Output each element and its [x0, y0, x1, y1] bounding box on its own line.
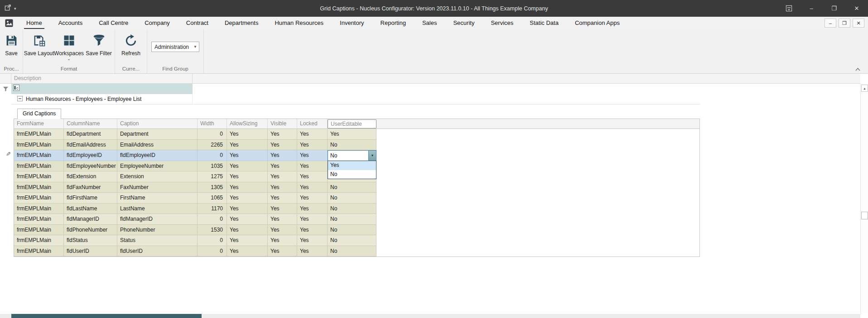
cell[interactable]: frmEMPLMain [14, 214, 64, 225]
cell[interactable]: 1275 [198, 171, 227, 182]
cell[interactable]: 0 [198, 214, 227, 225]
cell[interactable]: Yes [227, 171, 268, 182]
usereditable-editor[interactable]: No ▼ [328, 150, 376, 161]
cell[interactable]: Yes [268, 204, 297, 214]
horizontal-scrollbar[interactable] [0, 314, 860, 318]
tab-companion-apps[interactable]: Companion Apps [567, 17, 627, 29]
table-row[interactable]: frmEMPLMainfldStatusStatus0YesYesYesNo [14, 235, 699, 246]
cell[interactable]: 0 [198, 129, 227, 140]
cell[interactable]: fldStatus [64, 235, 117, 246]
cell[interactable]: Yes [268, 182, 297, 193]
cell[interactable]: EmployeeNumber [117, 161, 198, 172]
tab-security[interactable]: Security [445, 17, 482, 29]
tab-human-resources[interactable]: Human Resources [267, 17, 331, 29]
cell[interactable]: Yes [328, 129, 376, 140]
collapse-row-icon[interactable] [17, 95, 23, 103]
find-group-dropdown-icon[interactable]: ▼ [192, 45, 199, 49]
tab-grid-captions[interactable]: Grid Captions [17, 109, 61, 119]
cell[interactable]: Status [117, 235, 198, 246]
cell[interactable]: Yes [227, 204, 268, 214]
mdi-restore-button[interactable]: ❐ [839, 19, 850, 28]
column-header-caption[interactable]: Caption [117, 119, 198, 128]
cell[interactable]: Yes [268, 150, 297, 161]
cell[interactable]: fldPhoneNumber [64, 225, 117, 236]
cell[interactable]: 1065 [198, 193, 227, 204]
save-filter-button[interactable]: Save Filter [84, 29, 114, 57]
table-row[interactable]: frmEMPLMainfldLastNameLastName1170YesYes… [14, 204, 699, 214]
cell[interactable]: No [328, 214, 376, 225]
cell[interactable]: LastName [117, 204, 198, 214]
scroll-up-icon[interactable]: ▲ [861, 85, 868, 92]
filter-funnel-icon[interactable] [0, 84, 11, 94]
cell[interactable]: No [328, 193, 376, 204]
cell[interactable]: 0 [198, 246, 227, 257]
cell[interactable]: 1530 [198, 225, 227, 236]
cell[interactable]: Yes [227, 140, 268, 151]
cell[interactable]: frmEMPLMain [14, 204, 64, 214]
cell[interactable]: Yes [297, 161, 328, 172]
cell[interactable]: frmEMPLMain [14, 182, 64, 193]
cell[interactable]: FaxNumber [117, 182, 198, 193]
cell[interactable]: frmEMPLMain [14, 193, 64, 204]
collapse-ribbon-icon[interactable] [854, 66, 862, 73]
refresh-button[interactable]: Refresh [116, 29, 146, 57]
ribbon-display-options-icon[interactable] [777, 0, 800, 17]
tab-reporting[interactable]: Reporting [373, 17, 414, 29]
cell[interactable]: frmEMPLMain [14, 161, 64, 172]
cell[interactable]: Yes [297, 204, 328, 214]
cell[interactable]: Extension [117, 171, 198, 182]
app-menu-icon[interactable] [5, 4, 11, 13]
cell[interactable]: Yes [268, 161, 297, 172]
column-header-description[interactable]: Description [11, 74, 193, 83]
tab-services[interactable]: Services [483, 17, 521, 29]
cell[interactable]: frmEMPLMain [14, 246, 64, 257]
horizontal-scrollbar-thumb[interactable] [11, 314, 202, 318]
cell[interactable]: frmEMPLMain [14, 225, 64, 236]
find-group-combobox[interactable]: Administration ▼ [151, 42, 199, 52]
column-header-allowsizing[interactable]: AllowSizing [227, 119, 268, 128]
cell[interactable]: Yes [297, 225, 328, 236]
cell[interactable]: 0 [198, 235, 227, 246]
cell[interactable]: No [328, 204, 376, 214]
cell[interactable]: fldLastName [64, 204, 117, 214]
cell[interactable]: Yes [227, 129, 268, 140]
cell[interactable]: FirstName [117, 193, 198, 204]
cell[interactable]: 1035 [198, 161, 227, 172]
group-row[interactable]: Human Resources - Employees - Employee L… [11, 94, 700, 104]
dropdown-button[interactable]: ▼ [368, 151, 376, 161]
cell[interactable]: frmEMPLMain [14, 150, 64, 161]
cell[interactable]: Yes [268, 140, 297, 151]
cell[interactable]: fldDepartment [64, 129, 117, 140]
tab-call-centre[interactable]: Call Centre [91, 17, 136, 29]
column-header-columnname[interactable]: ColumnName [64, 119, 117, 128]
minimize-button[interactable]: – [800, 0, 823, 17]
table-row[interactable]: frmEMPLMainfldUserIDfldUserID0YesYesYesN… [14, 246, 699, 257]
cell[interactable]: Yes [268, 214, 297, 225]
cell[interactable]: No [328, 225, 376, 236]
cell[interactable]: Yes [297, 129, 328, 140]
mdi-close-button[interactable]: ✕ [853, 19, 864, 28]
cell[interactable]: Yes [227, 225, 268, 236]
cell[interactable]: Yes [268, 225, 297, 236]
cell[interactable]: Yes [297, 171, 328, 182]
cell[interactable]: Yes [268, 171, 297, 182]
workspaces-button[interactable]: Workspaces ⌄ [54, 29, 84, 61]
cell[interactable]: No [328, 140, 376, 151]
cell[interactable]: frmEMPLMain [14, 129, 64, 140]
cell[interactable]: Yes [227, 214, 268, 225]
cell[interactable]: Yes [227, 235, 268, 246]
cell[interactable]: 1305 [198, 182, 227, 193]
cell[interactable]: Yes [297, 214, 328, 225]
save-layout-button[interactable]: Save Layout [24, 29, 54, 57]
cell[interactable]: Yes [297, 235, 328, 246]
cell[interactable]: No [328, 182, 376, 193]
cell[interactable]: Yes [297, 246, 328, 257]
vertical-scrollbar-thumb[interactable] [861, 212, 868, 219]
cell[interactable]: Yes [227, 150, 268, 161]
cell[interactable]: frmEMPLMain [14, 171, 64, 182]
column-header-formname[interactable]: FormName [14, 119, 64, 128]
tab-company[interactable]: Company [137, 17, 178, 29]
cell[interactable]: Yes [227, 193, 268, 204]
close-button[interactable]: ✕ [845, 0, 868, 17]
tab-sales[interactable]: Sales [415, 17, 445, 29]
